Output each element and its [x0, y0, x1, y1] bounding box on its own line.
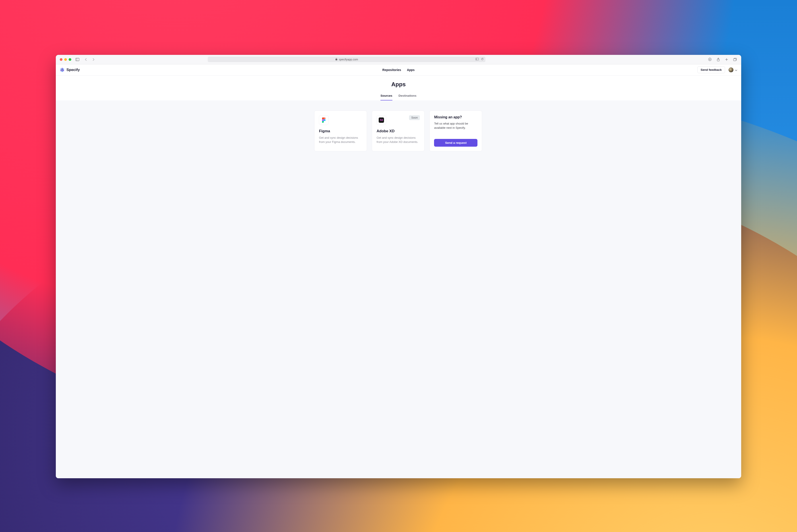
back-button[interactable]: [84, 57, 88, 62]
tab-sources[interactable]: Sources: [380, 94, 392, 100]
send-request-button[interactable]: Send a request: [434, 139, 477, 147]
reader-icon[interactable]: A: [475, 58, 479, 61]
svg-rect-13: [733, 59, 736, 61]
brand-logo[interactable]: Specify: [60, 68, 80, 72]
svg-point-15: [63, 69, 64, 70]
figma-icon: [319, 115, 329, 125]
svg-point-17: [61, 71, 63, 72]
svg-point-14: [61, 68, 63, 69]
missing-app-title: Missing an app?: [434, 115, 477, 119]
maximize-window-button[interactable]: [69, 58, 71, 61]
missing-app-card: Missing an app? Tell us what app should …: [429, 111, 482, 151]
user-menu[interactable]: [728, 68, 737, 72]
send-feedback-button[interactable]: Send feedback: [698, 66, 725, 73]
app-card-figma[interactable]: Figma Get and sync design decisions from…: [314, 111, 367, 151]
brand-name: Specify: [67, 68, 80, 72]
forward-button[interactable]: [91, 57, 96, 62]
svg-rect-2: [336, 59, 337, 60]
nav-apps[interactable]: Apps: [407, 68, 415, 72]
svg-text:A: A: [476, 58, 477, 60]
sidebar-toggle-icon[interactable]: [75, 57, 80, 62]
svg-point-20: [61, 69, 63, 71]
soon-badge: Soon: [409, 115, 420, 120]
nav-repositories[interactable]: Repositories: [382, 68, 401, 72]
tabs-overview-icon[interactable]: [733, 57, 737, 62]
sub-tabs: Sources Destinations: [56, 94, 741, 100]
specify-logo-icon: [60, 68, 65, 72]
browser-window: specifyapp.com A: [56, 55, 741, 478]
app-card-description: Get and sync design decisions from your …: [319, 136, 362, 144]
app-header: Specify Repositories Apps Send feedback: [56, 64, 741, 76]
content-area: Figma Get and sync design decisions from…: [56, 100, 741, 478]
app-card-adobe-xd: Xd Soon Adobe XD Get and sync design dec…: [372, 111, 424, 151]
window-controls: [60, 58, 71, 61]
page-heading-area: Apps Sources Destinations: [56, 76, 741, 100]
browser-titlebar: specifyapp.com A: [56, 55, 741, 64]
svg-point-18: [60, 70, 62, 71]
adobe-xd-icon: Xd: [377, 115, 386, 125]
page-title: Apps: [56, 81, 741, 88]
main-nav: Repositories Apps: [382, 68, 415, 72]
missing-app-description: Tell us what app should be available nex…: [434, 121, 477, 130]
app-cards-row: Figma Get and sync design decisions from…: [314, 111, 483, 151]
svg-point-21: [324, 119, 326, 121]
svg-point-16: [63, 70, 64, 71]
chevron-down-icon: [735, 68, 737, 72]
url-text: specifyapp.com: [339, 58, 358, 61]
app-card-title: Adobe XD: [377, 129, 420, 133]
close-window-button[interactable]: [60, 58, 62, 61]
new-tab-icon[interactable]: [724, 57, 729, 62]
tab-destinations[interactable]: Destinations: [399, 94, 417, 100]
app-card-title: Figma: [319, 129, 362, 133]
lock-icon: [335, 58, 338, 61]
share-icon[interactable]: [716, 57, 720, 62]
svg-rect-0: [76, 58, 79, 61]
user-avatar: [728, 68, 733, 72]
minimize-window-button[interactable]: [64, 58, 67, 61]
reload-icon[interactable]: [481, 58, 484, 61]
downloads-icon[interactable]: [708, 57, 712, 62]
app-card-description: Get and sync design decisions from your …: [377, 136, 420, 144]
svg-point-19: [60, 69, 62, 70]
address-bar[interactable]: specifyapp.com A: [208, 57, 485, 62]
